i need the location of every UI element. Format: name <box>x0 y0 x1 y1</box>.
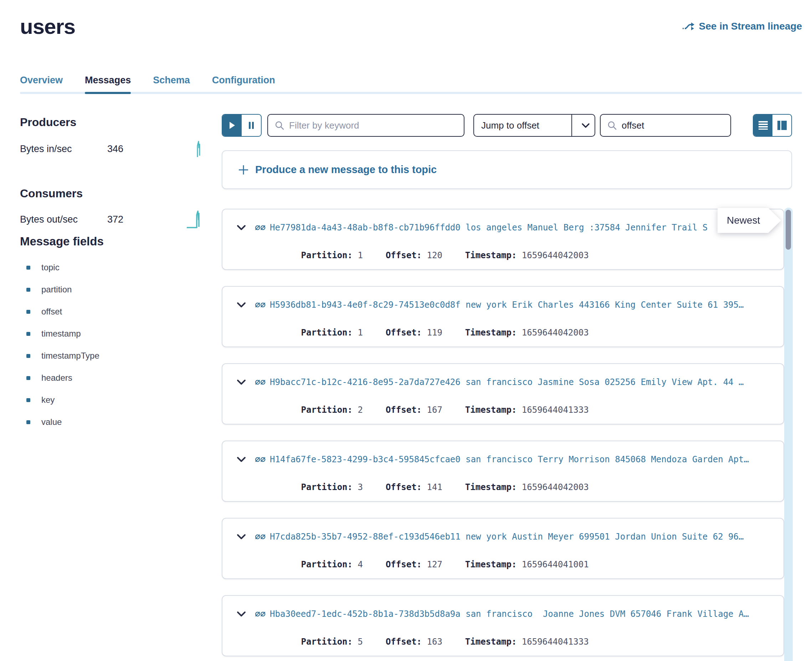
scrollbar-track[interactable] <box>784 208 793 661</box>
bytes-out-label: Bytes out/sec <box>20 214 107 225</box>
stream-lineage-link[interactable]: See in Stream lineage <box>682 21 802 32</box>
offset-search-box <box>600 114 731 137</box>
message-format-icons: ∅∅ <box>255 222 266 233</box>
tab-configuration[interactable]: Configuration <box>212 75 275 95</box>
message-format-icons: ∅∅ <box>255 609 266 619</box>
message-meta: Partition: 5Offset: 163Timestamp: 165964… <box>237 627 773 657</box>
message-row[interactable]: ∅∅ He77981da-4a43-48ab-b8f8-cb71b96ffdd0… <box>222 209 784 270</box>
field-item-timestampType[interactable]: timestampType <box>20 351 99 361</box>
message-key-preview: H7cda825b-35b7-4952-88ef-c193d546eb11 ne… <box>270 532 743 542</box>
message-meta: Partition: 1Offset: 120Timestamp: 165964… <box>237 240 773 270</box>
plus-icon <box>238 164 249 175</box>
topic-messages-page: users See in Stream lineage Overview Mes… <box>0 0 812 661</box>
jump-to-offset-value: Jump to offset <box>474 120 567 131</box>
newest-tooltip: Newest <box>718 208 781 233</box>
chevron-down-icon[interactable] <box>237 225 246 230</box>
list-view-icon <box>758 120 769 130</box>
message-fields-list: topic partition offset timestamp timesta… <box>20 262 99 439</box>
chevron-down-icon[interactable] <box>237 534 246 540</box>
message-row[interactable]: ∅∅ H14fa67fe-5823-4299-b3c4-595845cfcae0… <box>222 441 784 502</box>
tab-track <box>20 92 802 94</box>
filter-input[interactable] <box>289 120 457 131</box>
play-button[interactable] <box>223 115 242 136</box>
play-pause-group <box>222 114 262 137</box>
list-view-button[interactable] <box>754 115 772 136</box>
message-meta: Partition: 4Offset: 127Timestamp: 165964… <box>237 549 773 580</box>
offset-search-input[interactable] <box>621 120 724 131</box>
message-row[interactable]: ∅∅ Hba30eed7-1edc-452b-8b1a-738d3b5d8a9a… <box>222 595 784 656</box>
field-item-key[interactable]: key <box>20 395 99 405</box>
split-view-icon <box>777 120 787 131</box>
stream-lineage-label: See in Stream lineage <box>699 21 802 32</box>
field-bullet-icon <box>26 354 30 358</box>
page-title: users <box>20 14 75 39</box>
field-bullet-icon <box>26 398 30 402</box>
message-format-icons: ∅∅ <box>255 454 266 465</box>
message-format-icons: ∅∅ <box>255 300 266 310</box>
field-bullet-icon <box>26 310 30 314</box>
bytes-in-value: 346 <box>107 144 123 155</box>
play-icon <box>229 121 235 129</box>
tab-overview[interactable]: Overview <box>20 75 63 95</box>
message-key-preview: H14fa67fe-5823-4299-b3c4-595845cfcae0 sa… <box>270 455 749 465</box>
message-key-preview: H9bacc71c-b12c-4216-8e95-2a7da727e426 sa… <box>270 377 743 387</box>
newest-tooltip-label: Newest <box>718 208 781 233</box>
chevron-down-icon[interactable] <box>237 379 246 385</box>
message-meta: Partition: 2Offset: 167Timestamp: 165964… <box>237 395 773 425</box>
field-bullet-icon <box>26 332 30 336</box>
bytes-out-metric: Bytes out/sec 372 <box>20 214 123 225</box>
messages-panel: Jump to offset <box>222 114 792 661</box>
bytes-in-metric: Bytes in/sec 346 <box>20 144 123 155</box>
message-format-icons: ∅∅ <box>255 377 266 387</box>
pause-button[interactable] <box>242 115 261 136</box>
produce-message-button[interactable]: Produce a new message to this topic <box>222 150 792 189</box>
message-meta: Partition: 3Offset: 141Timestamp: 165964… <box>237 472 773 502</box>
message-key-preview: H5936db81-b943-4e0f-8c29-74513e0c0d8f ne… <box>270 300 743 310</box>
produce-message-label: Produce a new message to this topic <box>255 164 437 176</box>
field-item-headers[interactable]: headers <box>20 373 99 383</box>
field-item-topic[interactable]: topic <box>20 262 99 273</box>
message-row[interactable]: ∅∅ H9bacc71c-b12c-4216-8e95-2a7da727e426… <box>222 363 784 425</box>
bytes-in-sparkline <box>195 141 202 158</box>
tab-messages[interactable]: Messages <box>85 75 131 95</box>
search-icon <box>274 120 285 130</box>
topic-tabs: Overview Messages Schema Configuration <box>20 75 802 95</box>
select-divider <box>572 115 572 136</box>
bytes-out-sparkline <box>186 211 201 229</box>
field-bullet-icon <box>26 376 30 380</box>
chevron-down-icon[interactable] <box>237 457 246 462</box>
message-key-preview: Hba30eed7-1edc-452b-8b1a-738d3b5d8a9a sa… <box>270 609 749 619</box>
field-bullet-icon <box>26 420 30 424</box>
chevron-down-icon[interactable] <box>237 611 246 617</box>
view-toggle-group <box>753 114 792 137</box>
pause-icon <box>248 121 255 129</box>
message-list: ∅∅ He77981da-4a43-48ab-b8f8-cb71b96ffdd0… <box>222 209 784 656</box>
field-bullet-icon <box>26 266 30 270</box>
message-format-icons: ∅∅ <box>255 532 266 542</box>
message-meta: Partition: 1Offset: 119Timestamp: 165964… <box>237 318 773 348</box>
field-item-partition[interactable]: partition <box>20 284 99 295</box>
stream-lineage-icon <box>682 22 695 31</box>
consumers-heading: Consumers <box>20 187 83 200</box>
message-row[interactable]: ∅∅ H5936db81-b943-4e0f-8c29-74513e0c0d8f… <box>222 286 784 347</box>
bytes-out-value: 372 <box>107 214 123 225</box>
split-view-button[interactable] <box>772 115 791 136</box>
tab-schema[interactable]: Schema <box>153 75 190 95</box>
chevron-down-icon[interactable] <box>577 123 594 128</box>
scrollbar-thumb[interactable] <box>786 210 791 250</box>
field-item-value[interactable]: value <box>20 417 99 427</box>
field-bullet-icon <box>26 288 30 292</box>
field-item-timestamp[interactable]: timestamp <box>20 329 99 339</box>
search-icon <box>607 120 617 130</box>
field-item-offset[interactable]: offset <box>20 307 99 317</box>
jump-to-offset-select[interactable]: Jump to offset <box>473 114 595 137</box>
message-row[interactable]: ∅∅ H7cda825b-35b7-4952-88ef-c193d546eb11… <box>222 518 784 579</box>
message-key-preview: He77981da-4a43-48ab-b8f8-cb71b96ffdd0 lo… <box>270 223 708 233</box>
messages-toolbar: Jump to offset <box>222 114 792 137</box>
bytes-in-label: Bytes in/sec <box>20 144 107 155</box>
chevron-down-icon[interactable] <box>237 302 246 308</box>
filter-input-box <box>267 114 464 137</box>
message-fields-heading: Message fields <box>20 235 104 248</box>
producers-heading: Producers <box>20 116 76 129</box>
